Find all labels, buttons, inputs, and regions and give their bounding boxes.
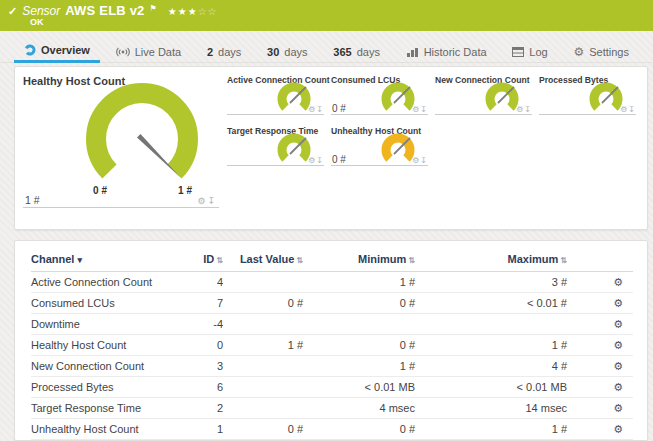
channel-settings-icon[interactable]: ⚙ <box>613 423 623 435</box>
pin-icon[interactable]: ↧ <box>207 196 217 206</box>
sort-icon: ⇅ <box>408 256 415 265</box>
table-row[interactable]: Active Connection Count 4 1 # 3 # ⚙ <box>31 272 633 293</box>
tab-label-number: 2 <box>207 46 213 58</box>
channel-settings-icon[interactable]: ⚙ <box>613 276 623 288</box>
channel-settings-icon[interactable]: ⚙ <box>613 402 623 414</box>
pin-icon[interactable]: ↧ <box>628 105 636 114</box>
gauge-current-value: 1 # <box>25 194 40 206</box>
object-kind-label: Sensor <box>22 4 60 18</box>
cell-last-value <box>223 398 303 419</box>
column-header-actions <box>567 249 633 272</box>
target-response-time-gauge[interactable] <box>276 133 312 163</box>
cell-maximum: 14 msec <box>415 398 567 419</box>
gauge-tile-new-connection-count: New Connection Count ⚙↧ <box>435 75 532 115</box>
mini-gauge-grid: Active Connection Count ⚙↧ Consumed LCUs… <box>227 75 636 166</box>
consumed-lcus-gauge[interactable] <box>380 82 416 112</box>
cell-minimum: < 0.01 MB <box>303 377 415 398</box>
stars-filled[interactable]: ★★★ <box>168 6 198 17</box>
pin-icon[interactable]: ↧ <box>420 156 428 165</box>
tab-log[interactable]: Log <box>502 40 557 63</box>
cell-id: 0 <box>191 335 223 356</box>
pin-icon[interactable]: ↧ <box>524 105 532 114</box>
table-row[interactable]: Consumed LCUs 7 0 # 0 # < 0.01 # ⚙ <box>31 293 633 314</box>
column-header-maximum[interactable]: Maximum⇅ <box>415 249 567 272</box>
overview-donut-icon <box>24 44 36 56</box>
cell-maximum: 4 # <box>415 356 567 377</box>
tab-2-days[interactable]: 2 days <box>197 40 251 63</box>
cell-channel: Unhealthy Host Count <box>31 419 191 440</box>
channel-settings-icon[interactable]: ⚙ <box>613 360 623 372</box>
log-icon <box>512 46 524 58</box>
table-row[interactable]: Unhealthy Host Count 1 0 # 0 # 1 # ⚙ <box>31 419 633 440</box>
tab-overview[interactable]: Overview <box>14 40 100 63</box>
table-row[interactable]: Healthy Host Count 0 1 # 0 # 1 # ⚙ <box>31 335 633 356</box>
column-header-last-value[interactable]: Last Value⇅ <box>223 249 303 272</box>
tab-live-data[interactable]: Live Data <box>106 40 191 63</box>
cell-channel: Processed Bytes <box>31 377 191 398</box>
gauge-footer: 1 # ⚙↧ <box>23 192 219 207</box>
column-header-id[interactable]: ID⇅ <box>191 249 223 272</box>
pin-icon[interactable]: ↧ <box>316 156 324 165</box>
channel-settings-icon[interactable]: ⚙ <box>613 339 623 351</box>
active-connection-count-gauge[interactable] <box>276 82 312 112</box>
unhealthy-host-count-gauge[interactable] <box>380 133 416 163</box>
cell-minimum <box>303 314 415 335</box>
cell-id: -4 <box>191 314 223 335</box>
new-connection-count-gauge[interactable] <box>484 82 520 112</box>
tab-365-days[interactable]: 365 days <box>323 40 390 63</box>
status-ok-check-icon: ✓ <box>8 5 17 18</box>
sort-icon: ⇅ <box>296 256 303 265</box>
tab-label-unit: days <box>218 46 241 58</box>
tab-label: Overview <box>41 44 90 56</box>
tab-settings[interactable]: ⚙ Settings <box>563 40 639 63</box>
cell-id: 1 <box>191 419 223 440</box>
cell-last-value <box>223 272 303 293</box>
priority-stars[interactable]: ★★★☆☆ <box>168 6 218 17</box>
cell-id: 4 <box>191 272 223 293</box>
cell-maximum: < 0.01 # <box>415 293 567 314</box>
bar-chart-icon <box>406 46 419 58</box>
column-label: Maximum <box>508 253 559 265</box>
gauge-tile-processed-bytes: Processed Bytes ⚙↧ <box>539 75 636 115</box>
healthy-host-count-gauge[interactable] <box>84 81 200 197</box>
pin-icon[interactable]: ↧ <box>420 105 428 114</box>
table-row[interactable]: Downtime -4 ⚙ <box>31 314 633 335</box>
cell-minimum: 1 # <box>303 356 415 377</box>
column-header-minimum[interactable]: Minimum⇅ <box>303 249 415 272</box>
table-row[interactable]: New Connection Count 3 1 # 4 # ⚙ <box>31 356 633 377</box>
cell-channel: Healthy Host Count <box>31 335 191 356</box>
cell-last-value <box>223 356 303 377</box>
tab-label-unit: days <box>357 46 380 58</box>
cell-minimum: 0 # <box>303 293 415 314</box>
column-header-channel[interactable]: Channel▾ <box>31 249 191 272</box>
cell-id: 2 <box>191 398 223 419</box>
processed-bytes-gauge[interactable] <box>588 82 624 112</box>
channel-settings-icon[interactable]: ⚙ <box>613 381 623 393</box>
cell-maximum <box>415 314 567 335</box>
tab-label: Settings <box>589 46 629 58</box>
cell-channel: Active Connection Count <box>31 272 191 293</box>
table-row[interactable]: Target Response Time 2 4 msec 14 msec ⚙ <box>31 398 633 419</box>
tab-label-number: 365 <box>333 46 351 58</box>
cell-id: 3 <box>191 356 223 377</box>
cell-channel: Downtime <box>31 314 191 335</box>
channel-settings-icon[interactable]: ⚙ <box>613 297 623 309</box>
stars-empty[interactable]: ☆☆ <box>198 6 218 17</box>
cell-channel: New Connection Count <box>31 356 191 377</box>
tab-historic-data[interactable]: Historic Data <box>396 40 497 63</box>
table-row[interactable]: Processed Bytes 6 < 0.01 MB < 0.01 MB ⚙ <box>31 377 633 398</box>
tab-30-days[interactable]: 30 days <box>257 40 318 63</box>
cell-maximum: < 0.01 MB <box>415 377 567 398</box>
pin-icon[interactable]: ↧ <box>316 105 324 114</box>
cell-last-value <box>223 314 303 335</box>
sort-icon: ⇅ <box>216 256 223 265</box>
table-header-row: Channel▾ ID⇅ Last Value⇅ Minimum⇅ Maximu… <box>31 249 633 272</box>
sensor-title: AWS ELB v2 <box>65 3 144 18</box>
cell-minimum: 0 # <box>303 335 415 356</box>
tab-label: Live Data <box>135 46 181 58</box>
channel-settings-icon[interactable]: ⚙ <box>613 318 623 330</box>
gear-icon: ⚙ <box>573 46 584 58</box>
gauge-tile-unhealthy-host-count: Unhealthy Host Count 0 # ⚙↧ <box>331 126 428 166</box>
channel-gear-icon[interactable]: ⚙ <box>197 196 207 206</box>
gauge-tile-target-response-time: Target Response Time ⚙↧ <box>227 126 324 166</box>
